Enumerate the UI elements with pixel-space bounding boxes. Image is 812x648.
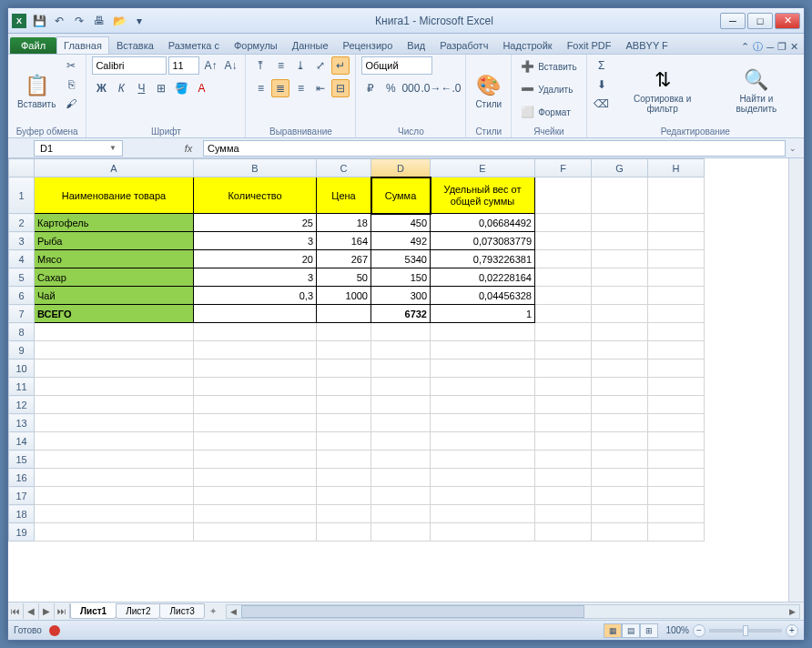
group-label-font[interactable]: Шрифт: [92, 126, 239, 137]
cell-D16[interactable]: [371, 469, 431, 487]
name-box-dropdown-icon[interactable]: ▼: [109, 144, 117, 152]
increase-font-icon[interactable]: A↑: [201, 56, 219, 75]
sheet-nav-next-icon[interactable]: ▶: [39, 603, 55, 619]
border-icon[interactable]: ⊞: [152, 79, 170, 97]
minimize-button[interactable]: ─: [720, 13, 746, 29]
cell-H11[interactable]: [648, 378, 705, 396]
cell-C19[interactable]: [317, 523, 371, 542]
sheet-tab-Лист3[interactable]: Лист3: [159, 603, 204, 619]
cut-icon[interactable]: ✂: [62, 56, 80, 75]
cell-C10[interactable]: [317, 359, 371, 378]
row-header-10[interactable]: 10: [9, 359, 35, 378]
cell-E10[interactable]: [431, 359, 535, 378]
cell-D4[interactable]: 5340: [371, 250, 431, 268]
wrap-text-icon[interactable]: ↵: [331, 56, 350, 75]
group-label-cells[interactable]: Ячейки: [517, 126, 580, 137]
cell-F12[interactable]: [535, 396, 592, 414]
minimize-ribbon-icon[interactable]: ⌃: [741, 41, 749, 53]
cell-A4[interactable]: Мясо: [35, 250, 194, 268]
row-header-17[interactable]: 17: [9, 487, 35, 505]
cell-C5[interactable]: 50: [317, 268, 371, 287]
align-center-icon[interactable]: ≣: [271, 79, 289, 97]
cell-H10[interactable]: [648, 359, 705, 378]
cell-H19[interactable]: [648, 523, 705, 542]
cell-F10[interactable]: [535, 359, 592, 378]
sheet-tab-Лист1[interactable]: Лист1: [70, 603, 117, 619]
save-icon[interactable]: 💾: [30, 12, 48, 30]
hscroll-thumb[interactable]: [241, 605, 585, 618]
paste-button[interactable]: 📋 Вставить: [14, 56, 59, 126]
cell-F9[interactable]: [535, 341, 592, 359]
cell-E18[interactable]: [431, 505, 535, 523]
fill-color-icon[interactable]: 🪣: [172, 79, 190, 97]
cell-C16[interactable]: [317, 469, 371, 487]
cell-C8[interactable]: [317, 323, 371, 341]
number-format-combo[interactable]: [361, 56, 432, 75]
align-left-icon[interactable]: ≡: [251, 79, 269, 97]
row-header-15[interactable]: 15: [9, 451, 35, 469]
cell-H18[interactable]: [648, 505, 705, 523]
expand-formula-bar-icon[interactable]: ⌄: [789, 144, 804, 153]
tab-формулы[interactable]: Формулы: [227, 36, 285, 54]
cell-C9[interactable]: [317, 341, 371, 359]
column-header-H[interactable]: H: [648, 159, 705, 177]
decrease-decimal-icon[interactable]: ←.0: [442, 79, 460, 97]
help-icon[interactable]: ⓘ: [753, 40, 763, 54]
cell-H1[interactable]: [648, 177, 705, 214]
format-painter-icon[interactable]: 🖌: [62, 95, 80, 113]
cell-G8[interactable]: [592, 323, 648, 341]
cell-C17[interactable]: [317, 487, 371, 505]
cell-C11[interactable]: [317, 378, 371, 396]
cell-G13[interactable]: [592, 414, 648, 432]
cell-B12[interactable]: [194, 396, 317, 414]
hscroll-right-icon[interactable]: ▶: [785, 605, 799, 618]
row-header-1[interactable]: 1: [9, 177, 35, 214]
print-preview-icon[interactable]: 🖶: [90, 12, 108, 30]
cell-E17[interactable]: [431, 487, 535, 505]
cell-B1[interactable]: Количество: [194, 177, 317, 214]
copy-icon[interactable]: ⎘: [62, 76, 80, 94]
cell-H7[interactable]: [648, 305, 705, 323]
cell-F13[interactable]: [535, 414, 592, 432]
cell-F14[interactable]: [535, 432, 592, 451]
cell-G14[interactable]: [592, 432, 648, 451]
row-header-2[interactable]: 2: [9, 214, 35, 232]
row-header-18[interactable]: 18: [9, 505, 35, 523]
tab-вид[interactable]: Вид: [400, 36, 432, 54]
cell-E1[interactable]: Удельный вес от общей суммы: [431, 177, 535, 214]
cell-B2[interactable]: 25: [194, 214, 317, 232]
cell-A14[interactable]: [35, 432, 194, 451]
file-tab[interactable]: Файл: [10, 37, 56, 54]
cell-F5[interactable]: [535, 268, 592, 287]
cell-E12[interactable]: [431, 396, 535, 414]
row-header-6[interactable]: 6: [9, 287, 35, 305]
cell-A5[interactable]: Сахар: [35, 268, 194, 287]
cell-H6[interactable]: [648, 287, 705, 305]
tab-abbyy f[interactable]: ABBYY F: [619, 36, 675, 54]
row-header-14[interactable]: 14: [9, 432, 35, 451]
column-header-G[interactable]: G: [592, 159, 648, 177]
cell-B8[interactable]: [194, 323, 317, 341]
cell-B18[interactable]: [194, 505, 317, 523]
tab-разработч[interactable]: Разработч: [432, 36, 495, 54]
horizontal-scrollbar[interactable]: ◀ ▶: [226, 604, 800, 619]
cell-E14[interactable]: [431, 432, 535, 451]
cell-G3[interactable]: [592, 232, 648, 250]
row-header-16[interactable]: 16: [9, 469, 35, 487]
cell-E9[interactable]: [431, 341, 535, 359]
cell-C1[interactable]: Цена: [317, 177, 371, 214]
cell-G6[interactable]: [592, 287, 648, 305]
cell-E4[interactable]: 0,793226381: [431, 250, 535, 268]
cell-A1[interactable]: Наименование товара: [35, 177, 194, 214]
group-label-number[interactable]: Число: [361, 126, 460, 137]
cell-E13[interactable]: [431, 414, 535, 432]
cell-B11[interactable]: [194, 378, 317, 396]
tab-вставка[interactable]: Вставка: [109, 36, 161, 54]
group-label-alignment[interactable]: Выравнивание: [251, 126, 350, 137]
cell-F19[interactable]: [535, 523, 592, 542]
cell-D8[interactable]: [371, 323, 431, 341]
cell-A13[interactable]: [35, 414, 194, 432]
italic-button[interactable]: К: [112, 79, 130, 97]
cell-G11[interactable]: [592, 378, 648, 396]
cell-A15[interactable]: [35, 451, 194, 469]
